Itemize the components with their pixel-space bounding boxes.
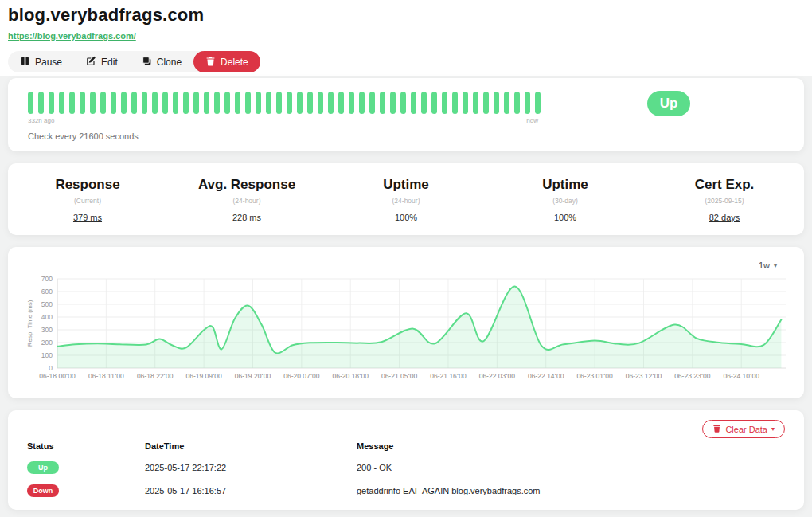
check-interval-text: Check every 21600 seconds [28,131,549,141]
heartbeat-bar[interactable] [525,92,530,114]
heartbeat-bar[interactable] [256,92,261,114]
event-datetime: 2025-05-17 16:16:57 [145,486,357,495]
heartbeat-bar[interactable] [349,92,354,114]
x-axis-tick-label: 06-18 11:00 [88,372,124,380]
heartbeat-bar[interactable] [307,92,313,114]
heartbeat-bar[interactable] [90,92,96,114]
heartbeat-bar[interactable] [494,92,499,114]
stat-subtitle: (24-hour) [167,197,326,205]
heartbeat-bar[interactable] [390,92,396,114]
monitor-action-toolbar: Pause Edit Clone Delete [8,51,260,72]
monitor-url-link[interactable]: https://blog.verybadfrags.com/ [8,31,136,41]
status-badge: Up [647,91,691,116]
heartbeat-bar[interactable] [100,92,106,114]
heartbeat-bar[interactable] [193,92,199,114]
heartbeat-bar[interactable] [369,92,375,114]
heartbeat-bar[interactable] [338,92,344,114]
chevron-down-icon: ▾ [771,425,775,433]
heartbeat-bar[interactable] [111,92,116,114]
heartbeat-bar[interactable] [276,92,282,114]
response-time-chart[interactable]: 06-18 00:0006-18 11:0006-18 22:0006-19 0… [22,271,802,394]
chart-svg[interactable]: 06-18 00:0006-18 11:0006-18 22:0006-19 0… [22,271,802,394]
stat-title: Cert Exp. [645,177,804,193]
heartbeat-bar[interactable] [121,92,127,114]
edit-button[interactable]: Edit [74,51,130,72]
heartbeat-oldest-label: 332h ago [28,117,54,124]
events-table-body: Up 2025-05-17 22:17:22 200 - OKDown 2025… [27,461,785,497]
heartbeat-bar[interactable] [421,92,427,114]
x-axis-tick-label: 06-23 01:00 [576,372,613,380]
stat-column: Response (Current) 379 ms [8,177,167,235]
heartbeat-bar[interactable] [59,92,64,114]
heartbeat-bar[interactable] [235,92,240,114]
stat-value: 379 ms [8,213,167,222]
x-axis-tick-label: 06-24 10:00 [724,372,760,380]
heartbeat-bar[interactable] [452,92,458,114]
heartbeat-bar[interactable] [431,92,437,114]
heartbeat-bar[interactable] [214,92,220,114]
event-status-badge[interactable]: Down [27,484,59,497]
heartbeat-bar[interactable] [411,92,416,114]
heartbeat-bar[interactable] [28,92,33,114]
event-message: getaddrinfo EAI_AGAIN blog.verybadfrags.… [357,486,785,495]
heartbeat-bar[interactable] [287,92,292,114]
heartbeat-newest-label: now [526,117,538,124]
chart-period-select[interactable]: 1w ▾ [759,260,777,270]
stat-title: Uptime [326,177,486,193]
heartbeat-bar[interactable] [173,92,178,114]
heartbeat-bar[interactable] [297,92,303,114]
heartbeat-bar[interactable] [38,92,44,114]
heartbeat-bar[interactable] [328,92,334,114]
event-message: 200 - OK [357,463,785,472]
heartbeat-bar[interactable] [224,92,230,114]
x-axis-tick-label: 06-22 14:00 [528,372,564,380]
heartbeat-bar[interactable] [204,92,209,114]
y-axis-tick-label: 500 [41,300,53,308]
heartbeat-bar[interactable] [442,92,447,114]
heartbeat-bar[interactable] [162,92,168,114]
x-axis-tick-label: 06-22 03:00 [479,372,516,380]
heartbeat-bar[interactable] [483,92,489,114]
heartbeat-bar[interactable] [504,92,509,114]
clear-data-button[interactable]: Clear Data ▾ [702,420,785,438]
heartbeat-section: 332h ago now Check every 21600 seconds [28,90,549,141]
heartbeat-bar[interactable] [514,92,520,114]
pause-button[interactable]: Pause [8,51,74,72]
y-axis-tick-label: 100 [41,351,53,359]
delete-button[interactable]: Delete [193,51,260,72]
heartbeat-bar[interactable] [359,92,365,114]
event-datetime: 2025-05-17 22:17:22 [145,463,357,472]
heartbeat-card: 332h ago now Check every 21600 seconds U… [8,78,804,151]
heartbeat-bar[interactable] [463,92,468,114]
heartbeat-bar[interactable] [69,92,75,114]
y-axis-tick-label: 600 [41,288,53,296]
column-header-datetime: DateTime [145,441,357,451]
heartbeat-bar[interactable] [142,92,147,114]
heartbeat-bar-strip [28,92,549,114]
event-row: Down 2025-05-17 16:16:57 getaddrinfo EAI… [27,484,785,497]
x-axis-tick-label: 06-19 20:00 [235,372,271,380]
heartbeat-bar[interactable] [380,92,385,114]
heartbeat-bar[interactable] [266,92,271,114]
clone-button[interactable]: Clone [130,51,193,72]
event-row: Up 2025-05-17 22:17:22 200 - OK [27,461,785,474]
trash-icon [205,56,216,69]
heartbeat-bar[interactable] [131,92,137,114]
x-axis-tick-label: 06-19 09:00 [185,372,222,380]
x-axis-tick-label: 06-21 05:00 [381,372,418,380]
heartbeat-bar[interactable] [473,92,478,114]
heartbeat-bar[interactable] [535,92,541,114]
heartbeat-bar[interactable] [49,92,54,114]
heartbeat-bar[interactable] [80,92,85,114]
heartbeat-bar[interactable] [318,92,323,114]
heartbeat-bar[interactable] [152,92,158,114]
stat-value: 82 days [645,213,804,222]
y-axis-tick-label: 0 [49,364,53,372]
heartbeat-bar[interactable] [400,92,406,114]
heartbeat-bar[interactable] [245,92,251,114]
stat-value: 100% [326,213,486,222]
heartbeat-bar[interactable] [183,92,189,114]
stat-title: Response [8,177,167,193]
event-status-badge[interactable]: Up [27,461,59,474]
y-axis-tick-label: 700 [41,275,53,283]
